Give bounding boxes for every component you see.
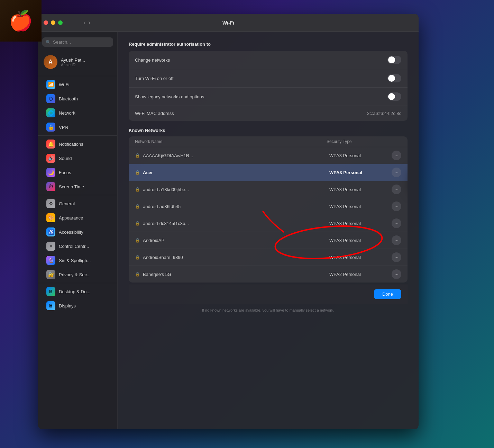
- require-admin-card: Change networks Turn Wi-Fi on or off Sho…: [129, 51, 408, 121]
- maximize-button[interactable]: [58, 20, 63, 25]
- network-action-btn-7[interactable]: ···: [392, 252, 401, 262]
- show-legacy-toggle[interactable]: [387, 92, 401, 101]
- network-row-7[interactable]: 🔒 AndroidShare_9890 WPA3 Personal ···: [129, 249, 408, 266]
- minimize-button[interactable]: [51, 20, 55, 25]
- sidebar-divider-4: [38, 283, 117, 283]
- network-action-btn-2[interactable]: ···: [392, 168, 401, 177]
- forward-button[interactable]: ›: [88, 19, 90, 26]
- network-action-btn-5[interactable]: ···: [392, 218, 401, 228]
- network-row-5[interactable]: 🔒 android-dc8145f1c3b... WPA3 Personal ·…: [129, 215, 408, 232]
- require-admin-header: Require administrator authorisation to: [129, 42, 408, 47]
- traffic-lights: [44, 20, 63, 25]
- sidebar-item-privacy[interactable]: 🔐 Privacy & Sec...: [41, 268, 115, 281]
- siri-icon: 🔮: [46, 256, 55, 265]
- sidebar-item-appearance[interactable]: 🎨 Appearance: [41, 211, 115, 225]
- sidebar-item-wifi[interactable]: 📶 Wi-Fi: [41, 78, 115, 91]
- mac-address-label: Wi-Fi MAC address: [135, 111, 174, 116]
- vpn-icon: 🔒: [46, 123, 55, 132]
- user-section[interactable]: A Ayush Pat... Apple ID: [38, 52, 117, 74]
- network-name-text-3: android-a13kd09jhbe...: [143, 187, 189, 192]
- sidebar-item-siri[interactable]: 🔮 Siri & Spotligh...: [41, 253, 115, 267]
- network-action-btn-8[interactable]: ···: [392, 269, 401, 279]
- sidebar-item-accessibility[interactable]: ♿ Accessibility: [41, 225, 115, 239]
- general-icon: ⚙: [46, 199, 55, 208]
- back-button[interactable]: ‹: [83, 19, 85, 26]
- network-name-area-4: 🔒 android-ad36tdh45: [135, 204, 329, 209]
- col-action: [389, 139, 401, 144]
- user-subtitle: Apple ID: [61, 63, 85, 67]
- lock-icon-3: 🔒: [135, 187, 140, 192]
- sidebar-item-label-vpn: VPN: [59, 125, 68, 130]
- network-name-text-1: AAAAAKj/GDIAAwH1R...: [143, 153, 193, 158]
- close-button[interactable]: [44, 20, 48, 25]
- network-action-btn-1[interactable]: ···: [392, 151, 401, 160]
- network-row-4[interactable]: 🔒 android-ad36tdh45 WPA3 Personal ···: [129, 198, 408, 215]
- turn-wifi-toggle[interactable]: [387, 74, 401, 82]
- sidebar-item-label-appearance: Appearance: [59, 215, 83, 221]
- accessibility-icon: ♿: [46, 227, 55, 236]
- sidebar-item-vpn[interactable]: 🔒 VPN: [41, 120, 115, 134]
- network-row-3[interactable]: 🔒 android-a13kd09jhbe... WPA3 Personal ·…: [129, 181, 408, 198]
- sidebar-item-label-privacy: Privacy & Sec...: [59, 272, 91, 277]
- sidebar-item-screentime[interactable]: ⏱ Screen Time: [41, 180, 115, 194]
- known-networks-header: Known Networks: [129, 128, 408, 133]
- network-row-2[interactable]: 🔒 Acer WPA3 Personal ··· Copy Password R…: [129, 164, 408, 181]
- main-content: Require administrator authorisation to C…: [118, 32, 419, 429]
- sidebar-item-label-network: Network: [59, 110, 75, 116]
- sidebar-item-desktop[interactable]: 🖥 Desktop & Do...: [41, 285, 115, 298]
- network-action-btn-4[interactable]: ···: [392, 201, 401, 211]
- apple-logo-area: 🍎: [0, 0, 42, 42]
- network-security-7: WPA3 Personal: [329, 255, 392, 260]
- col-security-type: Security Type: [327, 139, 389, 144]
- user-name: Ayush Pat...: [61, 57, 85, 63]
- lock-icon-2: 🔒: [135, 170, 140, 175]
- sidebar-item-label-bluetooth: Bluetooth: [59, 96, 78, 101]
- network-name-area-3: 🔒 android-a13kd09jhbe...: [135, 187, 329, 192]
- sidebar-divider-3: [38, 195, 117, 195]
- show-legacy-row: Show legacy networks and options: [129, 88, 408, 106]
- sidebar-item-label-notifications: Notifications: [59, 142, 83, 147]
- network-action-btn-6[interactable]: ···: [392, 235, 401, 245]
- network-row-6[interactable]: 🔒 AndroidAP WPA3 Personal ···: [129, 232, 408, 249]
- sidebar-item-label-controlcenter: Control Centr...: [59, 244, 89, 249]
- network-name-area-1: 🔒 AAAAAKj/GDIAAwH1R...: [135, 153, 329, 158]
- done-button[interactable]: Done: [374, 289, 401, 299]
- sidebar-item-sound[interactable]: 🔊 Sound: [41, 151, 115, 165]
- focus-icon: 🌙: [46, 168, 55, 177]
- sidebar-item-label-displays: Displays: [59, 303, 76, 308]
- network-name-text-7: AndroidShare_9890: [143, 255, 183, 260]
- change-networks-row: Change networks: [129, 51, 408, 69]
- user-info: Ayush Pat... Apple ID: [61, 57, 85, 67]
- sidebar-item-bluetooth[interactable]: ⬡ Bluetooth: [41, 92, 115, 106]
- sidebar-divider-2: [38, 135, 117, 136]
- sidebar-item-label-siri: Siri & Spotligh...: [59, 258, 91, 263]
- wifi-icon: 📶: [46, 80, 55, 89]
- network-security-2: WPA3 Personal: [329, 170, 392, 175]
- sidebar-item-label-sound: Sound: [59, 156, 72, 161]
- search-placeholder: Search...: [53, 39, 71, 45]
- network-row-1[interactable]: 🔒 AAAAAKj/GDIAAwH1R... WPA3 Personal ···: [129, 147, 408, 164]
- sidebar-item-general[interactable]: ⚙ General: [41, 197, 115, 210]
- window-body: 🔍 Search... A Ayush Pat... Apple ID 📶 Wi…: [38, 32, 419, 429]
- sidebar-item-controlcenter[interactable]: ≡ Control Centr...: [41, 239, 115, 253]
- change-networks-toggle[interactable]: [387, 56, 401, 64]
- sidebar-item-network[interactable]: 🌐 Network: [41, 106, 115, 120]
- lock-icon-6: 🔒: [135, 238, 140, 243]
- controlcenter-icon: ≡: [46, 242, 55, 251]
- network-action-btn-3[interactable]: ···: [392, 185, 401, 194]
- lock-icon-7: 🔒: [135, 255, 140, 260]
- network-security-3: WPA3 Personal: [329, 187, 392, 192]
- lock-icon-4: 🔒: [135, 204, 140, 209]
- apple-logo-icon: 🍎: [9, 9, 33, 32]
- network-row-8[interactable]: 🔒 Banerjee's 5G WPA2 Personal ···: [129, 266, 408, 283]
- network-name-text-6: AndroidAP: [143, 238, 164, 243]
- titlebar: ‹ › Wi-Fi: [38, 14, 419, 32]
- sidebar-item-label-desktop: Desktop & Do...: [59, 289, 90, 294]
- sidebar-item-notifications[interactable]: 🔔 Notifications: [41, 137, 115, 151]
- network-name-area-7: 🔒 AndroidShare_9890: [135, 255, 329, 260]
- privacy-icon: 🔐: [46, 270, 55, 279]
- sidebar-item-focus[interactable]: 🌙 Focus: [41, 165, 115, 179]
- network-security-5: WPA3 Personal: [329, 221, 392, 226]
- sidebar-item-displays[interactable]: 🖥 Displays: [41, 299, 115, 313]
- search-bar[interactable]: 🔍 Search...: [42, 37, 113, 47]
